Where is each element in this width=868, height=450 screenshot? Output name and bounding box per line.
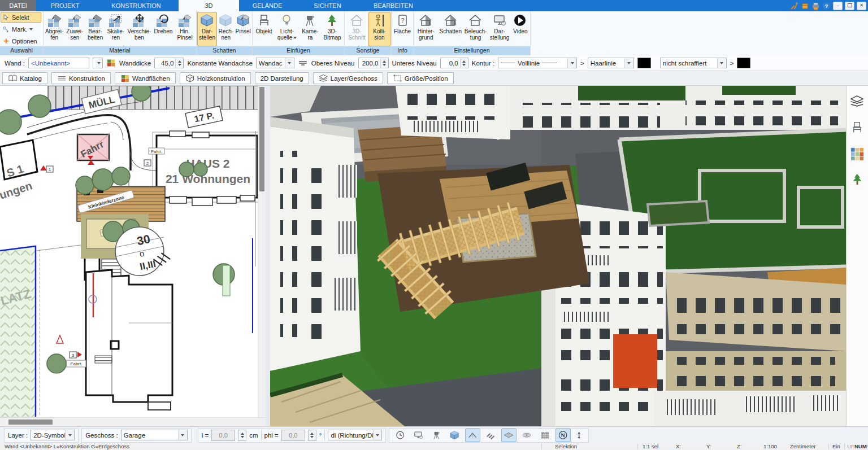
layer-select[interactable]: 2D-Symbol [31, 430, 75, 440]
svg-text:2: 2 [146, 161, 149, 166]
schraffur-select[interactable]: nicht schraffiert [660, 58, 727, 68]
greater-than-label: > [580, 60, 584, 67]
darstellen-button[interactable]: Dar-stellen [197, 12, 217, 46]
tab-2d-darstellung[interactable]: 2D Darstellung [255, 72, 309, 84]
angle-spinner[interactable] [308, 430, 316, 441]
buildings-top-right [510, 86, 846, 130]
furniture-sidebar-button[interactable] [849, 120, 865, 136]
line-color-swatch[interactable] [637, 58, 651, 68]
camera-path-button[interactable] [429, 429, 444, 442]
hatch-icon [485, 430, 496, 440]
object-snap-button[interactable] [447, 429, 462, 442]
wall-axis-icon[interactable] [298, 59, 308, 67]
display-mode-button[interactable] [411, 429, 426, 442]
tab-holzkonstruktion[interactable]: Holzkonstruktion [180, 72, 251, 84]
plan-vertical-scrollbar[interactable] [258, 86, 266, 418]
drehen-button[interactable]: Drehen [153, 12, 174, 46]
selekt-button[interactable]: Selekt [1, 12, 41, 23]
rechnen-button[interactable]: Rech-nen [217, 12, 235, 46]
angle-input[interactable]: 0,0 [281, 430, 305, 441]
abgreifen-button[interactable]: Abgrei-fen [44, 12, 64, 46]
svg-text:Fahrr.: Fahrr. [151, 149, 162, 154]
optionen-button[interactable]: Optionen [1, 36, 41, 46]
wandachse-select[interactable]: Wandac [256, 58, 294, 68]
linienstil-select[interactable]: Volllinie [498, 58, 577, 68]
toolbar-handle[interactable] [574, 429, 585, 442]
group-label-schatten: Schatten [197, 46, 252, 55]
package-icon[interactable] [801, 2, 809, 10]
printer-icon[interactable] [811, 2, 820, 10]
minimize-button[interactable]: – [833, 2, 843, 10]
mark-button[interactable]: Mark. [1, 24, 41, 34]
view-splitter[interactable] [266, 86, 270, 426]
schatten-button[interactable]: Schatten [438, 12, 463, 46]
group-auswahl: Selekt Mark. Optionen Auswahl [0, 11, 44, 55]
material-swatch-icon[interactable] [106, 58, 116, 68]
hatch-toggle-button[interactable] [483, 429, 498, 442]
tab-gelaende[interactable]: GELÄNDE [239, 0, 296, 11]
view-3d-viewport[interactable] [270, 86, 846, 426]
tab-layer-geschoss[interactable]: Layer/Geschoss [313, 72, 383, 84]
materials-sidebar-button[interactable] [849, 146, 865, 161]
pinsel-button[interactable]: Pinsel [235, 12, 251, 46]
tab-3d[interactable]: 3D [179, 0, 239, 11]
north-arrow-button[interactable] [555, 429, 571, 442]
tools-icon[interactable] [790, 2, 798, 10]
layers-sidebar-button[interactable] [849, 94, 865, 110]
marker-1: 1 [46, 166, 53, 172]
skalieren-button[interactable]: Skalie-ren [106, 12, 126, 46]
tab-konstruktion-panel[interactable]: Konstruktion [51, 72, 111, 84]
plan-2d-viewport[interactable]: LATZ S 1 ungen MÜLL 17 P. Fahrr HAUS 2 2… [0, 86, 266, 426]
flat-surface-button[interactable] [501, 429, 517, 442]
geschoss-select[interactable]: Garage [121, 430, 188, 440]
wanddicke-spinner[interactable]: 45,0 [154, 58, 184, 68]
fill-color-swatch[interactable] [737, 58, 750, 68]
beleuchtung-button[interactable]: Beleuch-tung [463, 12, 488, 46]
length-spinner[interactable] [238, 430, 246, 441]
roof-angle-button[interactable] [465, 429, 480, 442]
flaeche-button[interactable]: Fläche [392, 12, 413, 46]
svg-text:21 Wohnungen: 21 Wohnungen [166, 172, 250, 185]
scroll-thumb[interactable] [259, 87, 264, 191]
tab-sichten[interactable]: SICHTEN [296, 0, 359, 11]
contour-toggle-button[interactable] [519, 429, 535, 442]
grid-toggle-button[interactable] [537, 429, 553, 442]
tab-konstruktion[interactable]: KONSTRUKTION [94, 0, 179, 11]
darstellung-button[interactable]: Dar-stellung [488, 12, 511, 46]
bearbeiten-button[interactable]: Bear-beiten [85, 12, 105, 46]
tab-bearbeiten[interactable]: BEARBEITEN [359, 0, 427, 11]
richtung-select[interactable]: dl (Richtung/Di [328, 430, 382, 440]
tab-groesse-position[interactable]: Größe/Position [387, 72, 454, 84]
time-of-day-button[interactable] [393, 429, 408, 442]
group-label-auswahl: Auswahl [0, 46, 43, 55]
plan-horizontal-scrollbar[interactable] [0, 417, 266, 426]
tab-katalog[interactable]: Katalog [2, 72, 47, 84]
kamera-button[interactable]: Kame-ra [300, 12, 321, 46]
close-button[interactable]: ✕ [857, 2, 866, 10]
bitmap-button[interactable]: 3D-Bitmap [321, 12, 344, 46]
zuweisen-button[interactable]: Zuwei-sen [64, 12, 85, 46]
wand-type-select[interactable]: <Unbekannt> [28, 58, 89, 68]
verschieben-button[interactable]: Verschie-ben [126, 12, 153, 46]
hintergrund-button[interactable]: Hinter-grund [414, 12, 438, 46]
maximize-button[interactable] [845, 2, 854, 10]
spin-up-icon[interactable] [178, 60, 181, 63]
tab-datei[interactable]: DATEI [0, 0, 36, 11]
wand-type-dropdown[interactable] [93, 58, 103, 68]
tab-projekt[interactable]: PROJEKT [36, 0, 94, 11]
plants-sidebar-button[interactable] [849, 172, 865, 187]
unteres-niveau-spinner[interactable]: 0,0 [440, 58, 468, 68]
scroll-thumb[interactable] [8, 420, 53, 425]
kollision-button[interactable]: Kolli-sion [368, 12, 390, 46]
video-button[interactable]: Video [511, 12, 530, 46]
objekt-button[interactable]: Objekt [253, 12, 275, 46]
oberes-niveau-spinner[interactable]: 200,0 [358, 58, 389, 68]
haarlinie-select[interactable]: Haarlinie [588, 58, 634, 68]
tab-wandflaechen[interactable]: Wandflächen [115, 72, 176, 84]
help-icon[interactable] [822, 2, 831, 10]
kontur-label: Kontur : [472, 60, 494, 67]
spin-down-icon[interactable] [178, 64, 181, 66]
hin-pinsel-button[interactable]: Hin.Pinsel [174, 12, 196, 46]
length-input[interactable]: 0,0 [211, 430, 235, 441]
lichtquelle-button[interactable]: Licht- quelle [275, 12, 300, 46]
